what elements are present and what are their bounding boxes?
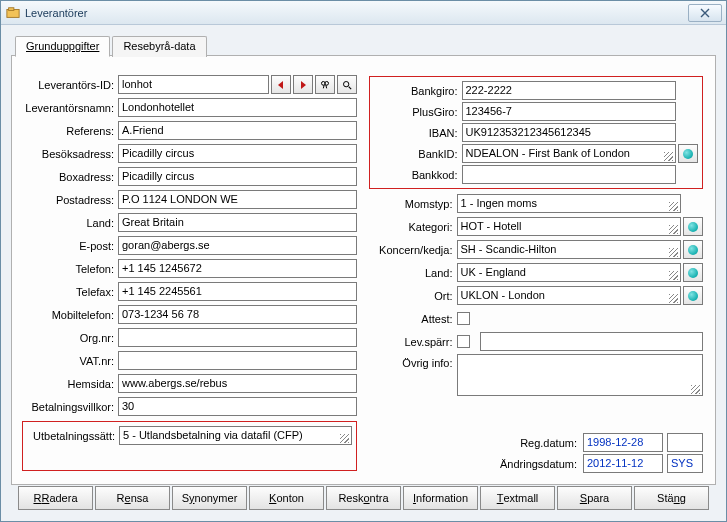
- label-vat: VAT.nr:: [22, 355, 118, 367]
- titlebar: Leverantörer: [1, 1, 726, 25]
- bank-highlight: Bankgiro:222-2222 PlusGiro:123456-7 IBAN…: [369, 76, 704, 189]
- input-bankkod[interactable]: [462, 165, 677, 184]
- window-title: Leverantörer: [25, 7, 688, 19]
- label-levsparr: Lev.spärr:: [369, 336, 457, 348]
- label-regdatum: Reg.datum:: [520, 437, 581, 449]
- label-betvillkor: Betalningsvillkor:: [22, 401, 118, 413]
- label-mobil: Mobiltelefon:: [22, 309, 118, 321]
- combo-ort[interactable]: UKLON - London: [457, 286, 682, 305]
- input-telefax[interactable]: +1 145 2245561: [118, 282, 357, 301]
- label-land: Land:: [22, 217, 118, 229]
- label-ort: Ort:: [369, 290, 457, 302]
- label-besok: Besöksadress:: [22, 148, 118, 160]
- input-mobil[interactable]: 073-1234 56 78: [118, 305, 357, 324]
- left-column: Leverantörs-ID: lonhot Leverantörsnamn:L…: [22, 74, 357, 474]
- input-epost[interactable]: goran@abergs.se: [118, 236, 357, 255]
- land-lookup-button[interactable]: [683, 263, 703, 282]
- label-kategori: Kategori:: [369, 221, 457, 233]
- input-land[interactable]: Great Britain: [118, 213, 357, 232]
- input-lev-id[interactable]: lonhot: [118, 75, 269, 94]
- label-telefon: Telefon:: [22, 263, 118, 275]
- label-koncern: Koncern/kedja:: [369, 244, 457, 256]
- combo-land[interactable]: UK - England: [457, 263, 682, 282]
- input-lev-namn[interactable]: Londonhotellet: [118, 98, 357, 117]
- close-button[interactable]: [688, 4, 722, 22]
- textarea-ovrig[interactable]: [457, 354, 704, 396]
- client-area: Grunduppgifter Resebyrå-data Leverantörs…: [1, 25, 726, 521]
- tab-resebyra-data[interactable]: Resebyrå-data: [112, 36, 206, 57]
- combo-kategori[interactable]: HOT - Hotell: [457, 217, 682, 236]
- input-bankgiro[interactable]: 222-2222: [462, 81, 677, 100]
- zoom-button[interactable]: [337, 75, 357, 94]
- label-lev-namn: Leverantörsnamn:: [22, 102, 118, 114]
- input-hemsida[interactable]: www.abergs.se/rebus: [118, 374, 357, 393]
- koncern-lookup-button[interactable]: [683, 240, 703, 259]
- label-attest: Attest:: [369, 313, 457, 325]
- bankid-lookup-button[interactable]: [678, 144, 698, 163]
- btn-label: Synonymer: [182, 492, 238, 504]
- field-andring-user: SYS: [667, 454, 703, 473]
- input-vat[interactable]: [118, 351, 357, 370]
- app-icon: [5, 5, 21, 21]
- input-orgnr[interactable]: [118, 328, 357, 347]
- input-iban[interactable]: UK912353212345612345: [462, 123, 677, 142]
- label-land-r: Land:: [369, 267, 457, 279]
- label-referens: Referens:: [22, 125, 118, 137]
- input-levsparr-text[interactable]: [480, 332, 704, 351]
- label-iban: IBAN:: [374, 127, 462, 139]
- input-plusgiro[interactable]: 123456-7: [462, 102, 677, 121]
- field-andring: 2012-11-12: [583, 454, 663, 473]
- input-box[interactable]: Picadilly circus: [118, 167, 357, 186]
- combo-koncern[interactable]: SH - Scandic-Hilton: [457, 240, 682, 259]
- ort-lookup-button[interactable]: [683, 286, 703, 305]
- svg-point-4: [343, 81, 348, 86]
- btn-label: Konton: [269, 492, 304, 504]
- label-momstyp: Momstyp:: [369, 198, 457, 210]
- information-button[interactable]: Information: [403, 486, 478, 510]
- bottom-toolbar: RRadera Rensa Synonymer Konton Reskontra…: [11, 485, 716, 515]
- checkbox-attest[interactable]: [457, 312, 470, 325]
- label-epost: E-post:: [22, 240, 118, 252]
- checkbox-levsparr[interactable]: [457, 335, 470, 348]
- btn-label: Spara: [580, 492, 609, 504]
- prev-button[interactable]: [271, 75, 291, 94]
- combo-utbet[interactable]: 5 - Utlandsbetalning via datafil (CFP): [119, 426, 352, 445]
- stang-button[interactable]: Stäng: [634, 486, 709, 510]
- konton-button[interactable]: Konton: [249, 486, 324, 510]
- textmall-button[interactable]: Textmall: [480, 486, 555, 510]
- field-regdatum: 1998-12-28: [583, 433, 663, 452]
- rensa-button[interactable]: Rensa: [95, 486, 170, 510]
- dates-block: Reg.datum: 1998-12-28 Ändringsdatum: 201…: [369, 432, 704, 474]
- form-panel: Leverantörs-ID: lonhot Leverantörsnamn:L…: [11, 55, 716, 485]
- reskontra-button[interactable]: Reskontra: [326, 486, 401, 510]
- label-telefax: Telefax:: [22, 286, 118, 298]
- label-hemsida: Hemsida:: [22, 378, 118, 390]
- combo-momstyp[interactable]: 1 - Ingen moms: [457, 194, 682, 213]
- label-box: Boxadress:: [22, 171, 118, 183]
- label-andring: Ändringsdatum:: [500, 458, 581, 470]
- input-besok[interactable]: Picadilly circus: [118, 144, 357, 163]
- input-referens[interactable]: A.Friend: [118, 121, 357, 140]
- right-column: Bankgiro:222-2222 PlusGiro:123456-7 IBAN…: [369, 74, 704, 474]
- input-post[interactable]: P.O 1124 LONDON WE: [118, 190, 357, 209]
- radera-button[interactable]: RRadera: [18, 486, 93, 510]
- kategori-lookup-button[interactable]: [683, 217, 703, 236]
- search-button[interactable]: [315, 75, 335, 94]
- utbetalning-highlight: Utbetalningssätt: 5 - Utlandsbetalning v…: [22, 421, 357, 471]
- label-bankid: BankID:: [374, 148, 462, 160]
- field-reg-user: [667, 433, 703, 452]
- combo-bankid[interactable]: NDEALON - First Bank of London: [462, 144, 677, 163]
- spara-button[interactable]: Spara: [557, 486, 632, 510]
- synonymer-button[interactable]: Synonymer: [172, 486, 247, 510]
- input-betvillkor[interactable]: 30: [118, 397, 357, 416]
- label-utbet: Utbetalningssätt:: [27, 430, 119, 442]
- next-button[interactable]: [293, 75, 313, 94]
- label-ovrig: Övrig info:: [369, 354, 457, 369]
- label-plusgiro: PlusGiro:: [374, 106, 462, 118]
- tab-grunduppgifter[interactable]: Grunduppgifter: [15, 36, 110, 57]
- btn-label: Rensa: [117, 492, 149, 504]
- supplier-window: Leverantörer Grunduppgifter Resebyrå-dat…: [0, 0, 727, 522]
- tabstrip: Grunduppgifter Resebyrå-data: [11, 35, 716, 56]
- label-bankgiro: Bankgiro:: [374, 85, 462, 97]
- input-telefon[interactable]: +1 145 1245672: [118, 259, 357, 278]
